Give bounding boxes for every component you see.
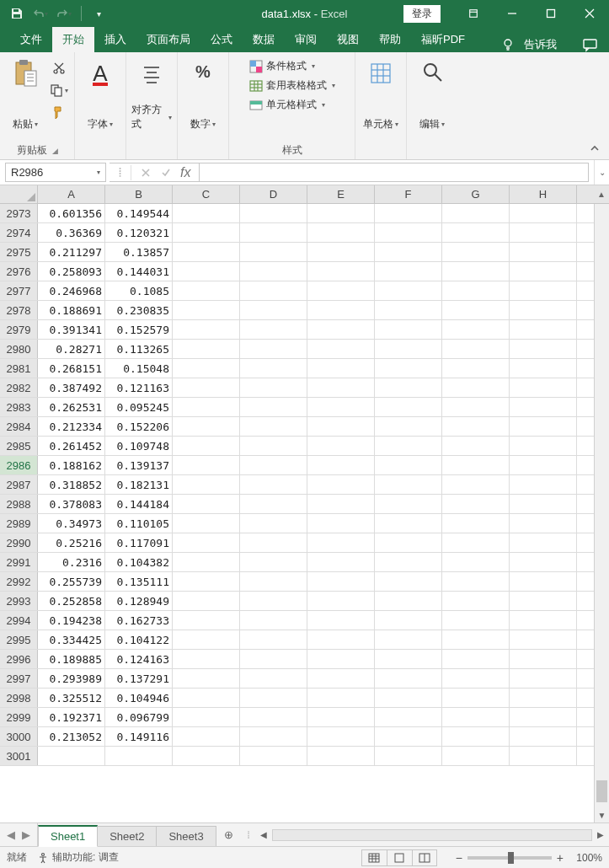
cell[interactable] (173, 223, 240, 242)
cell[interactable] (173, 669, 240, 688)
cell[interactable]: 0.117091 (105, 533, 173, 552)
cell[interactable] (375, 475, 442, 494)
cell[interactable] (375, 340, 442, 358)
cell[interactable] (307, 281, 375, 300)
cell[interactable]: 0.252858 (38, 592, 105, 610)
cell[interactable] (307, 301, 375, 319)
cell[interactable] (375, 572, 442, 591)
cell[interactable] (240, 572, 307, 591)
row-header[interactable]: 2994 (0, 611, 38, 630)
cell[interactable] (173, 359, 240, 378)
scroll-down-icon[interactable]: ▼ (595, 807, 609, 822)
cell[interactable] (375, 611, 442, 630)
cell[interactable] (240, 708, 307, 726)
redo-icon[interactable]: ▾ (54, 3, 74, 24)
cell[interactable] (307, 475, 375, 494)
column-header-D[interactable]: D (240, 185, 307, 203)
cell[interactable] (173, 378, 240, 397)
cell[interactable] (442, 727, 510, 746)
cell[interactable]: 0.230835 (105, 301, 173, 319)
cell[interactable] (510, 630, 577, 649)
cell[interactable] (442, 572, 510, 591)
copy-icon[interactable]: ▾ (49, 81, 69, 99)
cell[interactable] (240, 398, 307, 416)
cell[interactable]: 0.255739 (38, 572, 105, 591)
cell[interactable] (240, 320, 307, 339)
row-header[interactable]: 2981 (0, 359, 38, 378)
cell[interactable] (375, 223, 442, 242)
row-header[interactable]: 2991 (0, 553, 38, 571)
cell[interactable] (307, 495, 375, 513)
cell[interactable]: 0.152206 (105, 417, 173, 436)
cell[interactable] (240, 417, 307, 436)
row-header[interactable]: 2978 (0, 301, 38, 319)
normal-view-icon[interactable] (361, 849, 387, 866)
maximize-icon[interactable] (532, 0, 570, 27)
cell[interactable]: 0.104122 (105, 630, 173, 649)
cell[interactable] (510, 514, 577, 533)
cell[interactable] (510, 533, 577, 552)
cell[interactable] (240, 359, 307, 378)
cell[interactable] (307, 611, 375, 630)
font-button[interactable]: A 字体▾ (80, 56, 120, 131)
row-header[interactable]: 2999 (0, 708, 38, 726)
cell[interactable] (510, 495, 577, 513)
cell[interactable] (240, 456, 307, 474)
cell[interactable] (240, 223, 307, 242)
cell[interactable] (510, 650, 577, 668)
cell[interactable] (375, 553, 442, 571)
cell[interactable] (442, 378, 510, 397)
cell[interactable] (442, 204, 510, 222)
cell[interactable] (510, 611, 577, 630)
tell-me-icon[interactable] (500, 37, 516, 52)
cell[interactable] (173, 204, 240, 222)
cell[interactable] (173, 281, 240, 300)
cell[interactable] (240, 340, 307, 358)
cell[interactable] (375, 650, 442, 668)
cell[interactable]: 0.149116 (105, 727, 173, 746)
zoom-out-icon[interactable]: − (456, 851, 462, 865)
cell[interactable] (510, 223, 577, 242)
row-header[interactable]: 2979 (0, 320, 38, 339)
cell[interactable] (375, 495, 442, 513)
row-header[interactable]: 2989 (0, 514, 38, 533)
cell[interactable] (375, 689, 442, 707)
cell[interactable] (173, 340, 240, 358)
cell[interactable] (442, 630, 510, 649)
cell[interactable] (510, 281, 577, 300)
row-header[interactable]: 2980 (0, 340, 38, 358)
name-box[interactable]: R2986▾ (5, 163, 106, 182)
cell[interactable] (510, 592, 577, 610)
horizontal-scrollbar[interactable]: ◀ ▶ (255, 823, 609, 846)
cell[interactable] (375, 281, 442, 300)
column-header-G[interactable]: G (442, 185, 510, 203)
cell[interactable] (307, 630, 375, 649)
cell[interactable] (442, 417, 510, 436)
cell[interactable] (307, 417, 375, 436)
formula-input[interactable] (199, 163, 589, 182)
cell[interactable]: 0.378083 (38, 495, 105, 513)
row-header[interactable]: 2975 (0, 243, 38, 261)
cell[interactable] (173, 533, 240, 552)
cell[interactable] (442, 650, 510, 668)
cell[interactable] (375, 708, 442, 726)
cell[interactable] (442, 708, 510, 726)
editing-button[interactable]: 编辑▾ (412, 56, 452, 131)
column-header-A[interactable]: A (38, 185, 105, 203)
cells-button[interactable]: 单元格▾ (361, 56, 401, 131)
cell[interactable] (442, 553, 510, 571)
cell[interactable]: 0.152579 (105, 320, 173, 339)
cell[interactable] (442, 669, 510, 688)
cell[interactable]: 0.182131 (105, 475, 173, 494)
cell[interactable] (173, 475, 240, 494)
cell[interactable] (173, 708, 240, 726)
cell[interactable] (240, 747, 307, 765)
cell[interactable] (307, 437, 375, 455)
cell[interactable] (442, 533, 510, 552)
row-header[interactable]: 3001 (0, 747, 38, 765)
cell[interactable]: 0.213052 (38, 727, 105, 746)
cell[interactable] (510, 340, 577, 358)
row-header[interactable]: 2987 (0, 475, 38, 494)
cell[interactable]: 0.1085 (105, 281, 173, 300)
scroll-up-icon[interactable]: ▲ (594, 185, 609, 203)
